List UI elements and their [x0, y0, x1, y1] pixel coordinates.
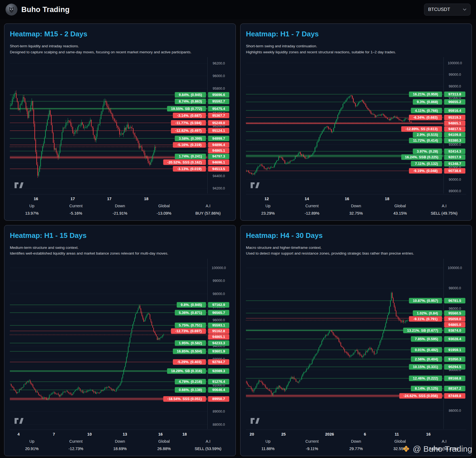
svg-text:92784.7: 92784.7 [212, 360, 225, 364]
svg-text:94696.1: 94696.1 [212, 160, 225, 164]
x-tick-label: 17 [107, 197, 111, 201]
x-tick-label: 14 [304, 197, 309, 201]
svg-text:0.66%. (0.138): 0.66%. (0.138) [179, 388, 202, 392]
x-axis: 2025202661116 [246, 430, 466, 439]
svg-text:94109.8: 94109.8 [448, 133, 461, 137]
svg-text:98000.0: 98000.0 [449, 286, 461, 290]
svg-text:-5.29%. (0.403): -5.29%. (0.403) [177, 360, 202, 364]
app-header: Buho Trading BTCUSDT [0, 0, 476, 19]
stats-row: Up13.97% Current-5.16% Down-21.91% Globa… [10, 203, 230, 218]
stat-ai: A.INONE (50.41%) [422, 439, 466, 451]
stat-up: Up11.88% [246, 439, 290, 451]
svg-text:3.97%. (0.28): 3.97%. (0.28) [417, 149, 438, 153]
tradingview-logo-icon [14, 418, 24, 424]
panel-title: Heatmap: H1 - 7 Days [246, 30, 466, 38]
svg-text:93380.3: 93380.3 [448, 139, 461, 143]
stat-down: Down-21.91% [98, 204, 142, 215]
stat-up: Up13.97% [10, 204, 54, 215]
svg-text:93874.0: 93874.0 [448, 328, 461, 332]
panel-description: Short-term liquidity and intraday reacti… [10, 43, 230, 55]
x-tick-label: 20 [250, 432, 254, 436]
tradingview-logo-icon [14, 182, 24, 188]
x-tick-label: 6 [364, 432, 366, 436]
svg-text:96781.5: 96781.5 [448, 299, 461, 303]
svg-text:-6.34%. (0.683): -6.34%. (0.683) [413, 115, 438, 119]
panel-m15-2days: Heatmap: M15 - 2 Days Short-term liquidi… [4, 24, 236, 221]
svg-text:99000.0: 99000.0 [213, 279, 225, 283]
stat-global: Global43.15% [378, 204, 422, 215]
x-tick-label: 17 [71, 197, 75, 201]
svg-text:100000.0: 100000.0 [448, 61, 462, 65]
description-line2: Identifies well-established liquidity ar… [10, 251, 168, 255]
svg-text:95592.7: 95592.7 [212, 99, 225, 103]
panel-h4-30days: Heatmap: H4 - 30 Days Macro structure an… [240, 225, 472, 456]
svg-text:93601.9: 93601.9 [212, 349, 225, 353]
svg-text:91050.3: 91050.3 [448, 357, 461, 361]
stat-current: Current-12.73% [54, 439, 98, 451]
svg-text:94865.1: 94865.1 [212, 149, 225, 153]
svg-text:98000.0: 98000.0 [449, 84, 461, 88]
symbol-select[interactable]: BTCUSDT [424, 4, 471, 16]
svg-text:4.78%. (0.216): 4.78%. (0.216) [179, 380, 202, 384]
svg-text:12.46%. (0.222): 12.46%. (0.222) [413, 376, 438, 380]
svg-text:94233.3: 94233.3 [212, 341, 225, 345]
svg-text:96000.0: 96000.0 [449, 307, 461, 311]
description-line1: Short-term liquidity and intraday reacti… [10, 44, 79, 48]
candlestick-chart[interactable]: 96200.096000.095800.095600.095400.095200… [10, 57, 230, 193]
svg-text:94513.5: 94513.5 [212, 167, 225, 171]
x-tick-label: 25 [281, 432, 286, 436]
svg-text:-3.14%. (0.687): -3.14%. (0.687) [177, 113, 202, 118]
x-tick-label: 7 [53, 432, 55, 436]
svg-text:1.95%. (0.582): 1.95%. (0.582) [179, 341, 202, 345]
candlestick-chart[interactable]: 100000.099000.098000.097000.096000.09500… [246, 57, 466, 193]
candles [246, 95, 412, 175]
stat-current: Current-12.89% [290, 204, 334, 215]
svg-text:90738.6: 90738.6 [448, 169, 461, 173]
stat-ai: A.IBUY (57.86%) [186, 204, 230, 215]
description-line2: Highlights weekly liquidity zones and re… [246, 50, 396, 54]
candles [10, 304, 164, 400]
app-title: Buho Trading [21, 5, 69, 14]
svg-text:16.85%. (0.504): 16.85%. (0.504) [177, 349, 202, 353]
svg-text:94865.1: 94865.1 [212, 335, 225, 339]
svg-text:95124.1: 95124.1 [212, 129, 225, 133]
svg-text:96565.7: 96565.7 [212, 310, 225, 314]
stat-ai: A.ISELL (53.59%) [186, 439, 230, 451]
svg-text:10.15%. (0.331): 10.15%. (0.331) [413, 365, 438, 369]
candles [10, 91, 156, 178]
svg-text:95059.0: 95059.0 [448, 317, 461, 321]
stat-current: Current-9.11% [290, 439, 334, 451]
svg-text:89000.0: 89000.0 [449, 189, 461, 193]
description-line1: Short-term swing and intraday continuati… [246, 44, 317, 48]
svg-text:16.24%. SSB (0.225): 16.24%. SSB (0.225) [405, 155, 438, 159]
svg-text:-12.89%. SS (0.613): -12.89%. SS (0.613) [406, 127, 438, 131]
svg-text:89000.0: 89000.0 [213, 409, 225, 413]
panel-title: Heatmap: H1 - 15 Days [10, 231, 230, 240]
svg-text:94999.7: 94999.7 [212, 136, 225, 141]
svg-text:93028.4: 93028.4 [448, 337, 462, 341]
svg-text:92414.3: 92414.3 [448, 149, 461, 153]
x-tick-label: 16 [158, 432, 163, 436]
svg-text:94865.1: 94865.1 [448, 121, 461, 125]
svg-text:95800.0: 95800.0 [213, 87, 225, 91]
svg-text:5.75%. (0.751): 5.75%. (0.751) [179, 323, 202, 327]
svg-text:0.01%. (0.492): 0.01%. (0.492) [415, 348, 438, 352]
x-tick-label: 16 [345, 197, 349, 201]
svg-text:100000.0: 100000.0 [448, 266, 462, 270]
candlestick-chart[interactable]: 100000.098000.096000.094000.092000.09000… [246, 259, 466, 429]
svg-text:99000.0: 99000.0 [449, 73, 461, 77]
candlestick-chart[interactable]: 100000.099000.098000.097000.096000.09500… [10, 259, 230, 429]
svg-text:4.11%. (0.766): 4.11%. (0.766) [415, 109, 438, 113]
x-tick-label: 4 [18, 432, 20, 436]
svg-text:-20.52%. SSS (0.162): -20.52%. SSS (0.162) [167, 160, 202, 164]
x-tick-label: 13 [123, 432, 127, 436]
panel-h1-7days: Heatmap: H1 - 7 Days Short-term swing an… [240, 24, 472, 221]
svg-text:1.74%. (0.241): 1.74%. (0.241) [179, 154, 202, 159]
x-axis: 12141618 [246, 194, 466, 203]
svg-text:3.58%. (0.399): 3.58%. (0.399) [179, 136, 202, 141]
brand-logo [5, 4, 18, 16]
level-badges: 9.84%. (0.945)95696.68.74%. (0.863)95592… [163, 92, 229, 172]
svg-text:95162.8: 95162.8 [212, 329, 225, 333]
svg-text:95696.6: 95696.6 [212, 93, 225, 97]
stat-global: Global32.55% [378, 439, 422, 451]
